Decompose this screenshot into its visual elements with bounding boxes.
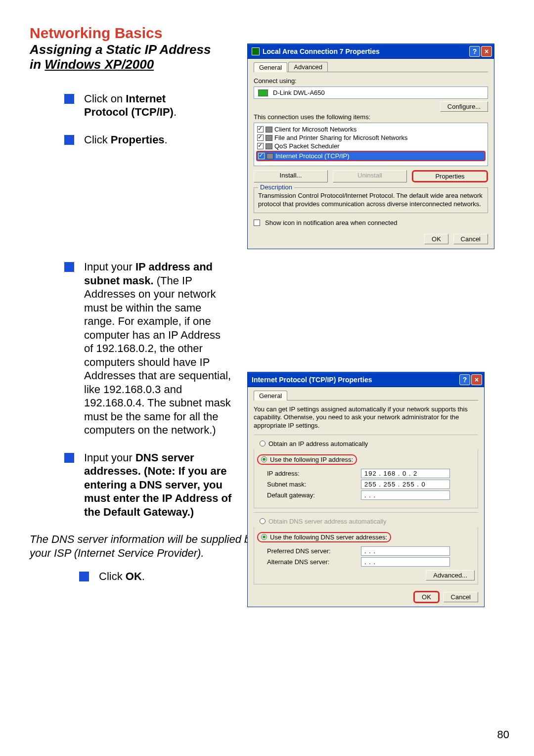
page-number: 80	[497, 728, 509, 741]
items-listbox[interactable]: Client for Microsoft Networks File and P…	[254, 123, 488, 166]
intro-text: You can get IP settings assigned automat…	[254, 405, 478, 430]
description-text: Transmission Control Protocol/Internet P…	[258, 192, 484, 209]
list-item-selected[interactable]: Internet Protocol (TCP/IP)	[256, 151, 486, 161]
subnet-mask-label: Subnet mask:	[267, 481, 361, 488]
step4-prefix: Input your	[84, 451, 135, 464]
item-label: File and Printer Sharing for Microsoft N…	[274, 134, 407, 141]
alternate-dns-input[interactable]: . . .	[361, 557, 450, 567]
description-fieldset: Description Transmission Control Protoco…	[254, 187, 488, 213]
radio-icon	[260, 518, 266, 524]
step-5-text: Click OK.	[99, 570, 145, 583]
step3-prefix: Input your	[84, 261, 135, 273]
default-gateway-label: Default gateway:	[267, 491, 361, 499]
use-dns-radio[interactable]: Use the following DNS server addresses:	[257, 532, 391, 542]
adapter-box: D-Link DWL-A650	[254, 87, 488, 99]
client-icon	[266, 127, 272, 133]
titlebar[interactable]: Local Area Connection 7 Properties ? ×	[248, 44, 494, 59]
page-heading: Networking Basics	[30, 25, 514, 42]
configure-button[interactable]: Configure...	[440, 101, 488, 112]
step-4-text: Input your DNS server addresses. (Note: …	[84, 451, 232, 519]
radio-icon	[261, 534, 267, 540]
obtain-dns-radio: Obtain DNS server address automatically	[257, 518, 475, 525]
subheading-line1: Assigning a Static IP Address	[30, 42, 211, 57]
close-button[interactable]: ×	[471, 374, 482, 385]
uninstall-button[interactable]: Uninstall	[333, 170, 407, 182]
list-item[interactable]: Client for Microsoft Networks	[256, 125, 486, 133]
adapter-name: D-Link DWL-A650	[273, 89, 325, 96]
tab-advanced[interactable]: Advanced	[288, 62, 328, 72]
radio-icon	[261, 456, 267, 462]
checkbox-icon[interactable]	[257, 134, 264, 141]
show-icon-checkbox[interactable]	[254, 220, 260, 226]
checkbox-icon[interactable]	[258, 153, 265, 159]
properties-button[interactable]: Properties	[412, 170, 488, 182]
use-ip-label: Use the following IP address:	[270, 456, 353, 463]
item-label: QoS Packet Scheduler	[274, 142, 340, 150]
ok-button[interactable]: OK	[414, 592, 439, 602]
bullet-icon	[79, 572, 89, 581]
dialog-title: Internet Protocol (TCP/IP) Properties	[252, 376, 458, 384]
network-icon	[252, 47, 260, 55]
step5-prefix: Click	[99, 570, 126, 582]
titlebar[interactable]: Internet Protocol (TCP/IP) Properties ? …	[248, 372, 484, 387]
list-item[interactable]: File and Printer Sharing for Microsoft N…	[256, 133, 486, 142]
dialog-title: Local Area Connection 7 Properties	[263, 47, 468, 55]
service-icon	[266, 135, 272, 141]
step5-suffix: .	[142, 570, 145, 582]
close-button[interactable]: ×	[481, 46, 492, 57]
checkbox-icon[interactable]	[257, 143, 264, 149]
cancel-button[interactable]: Cancel	[444, 592, 478, 602]
bullet-icon	[64, 262, 74, 272]
protocol-icon	[267, 153, 273, 159]
dns-note: The DNS server information will be suppl…	[30, 533, 262, 560]
obtain-dns-label: Obtain DNS server address automatically	[268, 518, 386, 525]
item-label: Client for Microsoft Networks	[274, 126, 356, 133]
install-button[interactable]: Install...	[254, 170, 328, 182]
step3-rest: (The IP Addresses on your network must b…	[84, 274, 231, 437]
checkbox-icon[interactable]	[257, 126, 264, 133]
step2-suffix: .	[165, 133, 168, 146]
tcpip-properties-dialog: Internet Protocol (TCP/IP) Properties ? …	[247, 372, 485, 607]
help-button[interactable]: ?	[459, 374, 470, 385]
show-icon-label: Show icon in notification area when conn…	[265, 219, 397, 226]
step2-prefix: Click	[84, 133, 111, 146]
service-icon	[266, 143, 272, 149]
step2-bold: Properties	[111, 133, 165, 146]
ip-address-label: IP address:	[267, 470, 361, 477]
radio-icon	[260, 441, 266, 446]
subheading-underline: Windows XP/2000	[44, 57, 154, 72]
ok-button[interactable]: OK	[424, 234, 448, 244]
advanced-button[interactable]: Advanced...	[426, 570, 475, 580]
tab-general[interactable]: General	[254, 391, 287, 400]
step1-suffix: .	[174, 106, 177, 118]
subheading-prefix: in	[30, 57, 44, 72]
bullet-icon	[64, 94, 74, 104]
step1-prefix: Click on	[84, 92, 126, 105]
ip-address-input[interactable]: 192 . 168 . 0 . 2	[361, 469, 450, 478]
step-1-text: Click on Internet Protocol (TCP/IP).	[84, 92, 203, 119]
alternate-dns-label: Alternate DNS server:	[267, 558, 361, 566]
help-button[interactable]: ?	[469, 46, 480, 57]
step-2-text: Click Properties.	[84, 133, 168, 147]
step5-bold: OK	[126, 570, 142, 582]
obtain-ip-label: Obtain an IP address automatically	[268, 440, 368, 447]
connection-properties-dialog: Local Area Connection 7 Properties ? × G…	[247, 44, 494, 249]
description-legend: Description	[258, 183, 294, 191]
step-3-text: Input your IP address and subnet mask. (…	[84, 260, 232, 437]
bullet-icon	[64, 453, 74, 463]
subnet-mask-input[interactable]: 255 . 255 . 255 . 0	[361, 480, 450, 489]
list-item[interactable]: QoS Packet Scheduler	[256, 142, 486, 150]
bullet-icon	[64, 135, 74, 145]
use-dns-label: Use the following DNS server addresses:	[270, 534, 387, 541]
tab-general[interactable]: General	[254, 62, 287, 72]
default-gateway-input[interactable]: . . .	[361, 490, 450, 500]
preferred-dns-input[interactable]: . . .	[361, 546, 450, 556]
cancel-button[interactable]: Cancel	[453, 234, 488, 244]
item-label: Internet Protocol (TCP/IP)	[275, 152, 350, 160]
preferred-dns-label: Preferred DNS server:	[267, 547, 361, 555]
page-subheading: Assigning a Static IP Address in Windows…	[30, 43, 218, 72]
connect-using-label: Connect using:	[254, 77, 488, 85]
obtain-ip-radio[interactable]: Obtain an IP address automatically	[257, 440, 475, 447]
nic-icon	[258, 89, 268, 96]
use-ip-radio[interactable]: Use the following IP address:	[257, 454, 357, 465]
